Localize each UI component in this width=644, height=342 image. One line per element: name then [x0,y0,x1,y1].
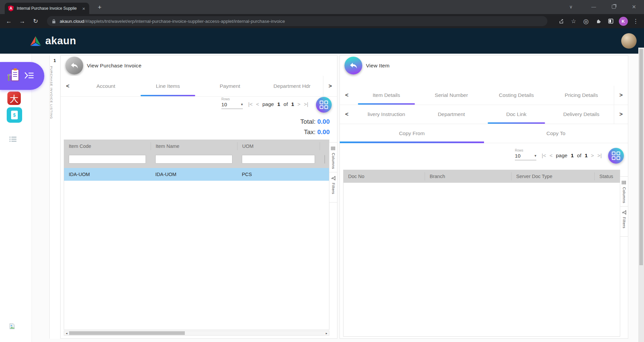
tab-doc-link[interactable]: Doc Link [484,105,549,124]
tabs-scroll-right-icon[interactable]: > [323,76,337,96]
back-button-left-panel[interactable] [65,57,83,74]
view-item-panel: View Item < Item Details Serial Number C… [339,55,628,339]
purchase-invoice-applet-icon [6,68,21,84]
reload-button[interactable]: ↻ [29,17,42,25]
first-page-icon[interactable]: |< [248,101,253,107]
tab-costing-details[interactable]: Costing Details [484,86,549,105]
forward-button[interactable]: → [15,18,29,25]
tab-line-items[interactable]: Line Items [137,76,199,96]
browser-toolbar: ← → ↻ akaun.cloud/#/applets/tnt/wavelet/… [0,14,644,28]
back-button-right-panel[interactable] [344,57,362,74]
restore-icon [612,5,616,9]
tab-copy-to[interactable]: Copy To [484,124,628,143]
prev-page-icon[interactable]: < [256,101,259,107]
dock-app-invoice-icon[interactable]: $ [7,107,22,123]
profile-avatar[interactable]: K [618,16,628,26]
browser-menu-icon[interactable]: ⋮ [631,16,641,26]
tab-delivery-details[interactable]: Delivery Details [549,105,614,124]
tabs-scroll-right-icon[interactable]: > [614,86,628,105]
col-header-status: Status [594,172,620,180]
scroll-left-icon[interactable]: ◂ [64,332,69,335]
page-scrollbar[interactable] [638,48,644,342]
right-pagination: Rows 10▾ |< < page 1 of 1 > >| [515,149,602,160]
active-applet-pill[interactable] [0,62,44,90]
columns-tool-button[interactable]: Columns [620,176,628,207]
extensions-puzzle-icon[interactable] [593,16,603,26]
purchase-invoice-panel: View Purchase Invoice < Account Line Ite… [60,55,337,339]
next-page-icon[interactable]: > [591,153,594,159]
extension-target-icon[interactable]: ◎ [581,16,591,26]
tabs-scroll-left-icon[interactable]: < [340,86,354,105]
rows-value: 10 [515,153,521,159]
col-header-extra [320,142,329,150]
col-header-uom: UOM [237,142,320,150]
grid-view-button[interactable] [608,148,624,164]
last-page-icon[interactable]: >| [597,153,602,159]
filter-funnel-icon [622,210,626,215]
applet-tab-strip[interactable]: 1 PURCHASE INVOICE LISTING [49,55,60,339]
tab-search-icon[interactable]: ∨ [561,0,581,13]
grid-view-button[interactable] [316,97,332,113]
tabs-scroll-right-icon[interactable]: > [614,105,628,124]
filter-item-name-input[interactable] [155,155,232,164]
grid-icon [612,152,620,160]
filters-tool-button[interactable]: Filters [329,172,337,203]
tabs-scroll-left-icon[interactable]: < [340,105,354,124]
first-page-icon[interactable]: |< [542,153,546,159]
new-tab-button[interactable]: + [95,3,104,12]
bookmark-star-icon[interactable]: ☆ [569,16,579,26]
columns-icon [622,180,626,185]
close-window-button[interactable]: × [624,0,644,13]
reply-arrow-icon [349,62,358,70]
tab-item-details[interactable]: Item Details [354,86,419,105]
address-bar[interactable]: akaun.cloud/#/applets/tnt/wavelet/erp/in… [47,16,547,26]
user-avatar[interactable] [621,33,637,49]
scroll-right-icon[interactable]: ▸ [324,332,329,335]
restore-button[interactable] [604,0,624,13]
sidebar-toggle-icon[interactable] [24,71,34,81]
left-panel-tabbar: < Account Line Items Payment Department … [61,76,337,97]
tabs-scroll-left-icon[interactable]: < [61,76,75,96]
dock-app-red-icon[interactable]: 大 [7,92,21,105]
rows-per-page-select[interactable]: Rows 10▾ [221,97,243,109]
tab-copy-from[interactable]: Copy From [340,124,484,143]
total-pages: 1 [585,153,588,159]
brand-name: akaun [45,35,76,47]
tab-department[interactable]: Department [419,105,484,124]
table-row[interactable]: IDA-UOM IDA-UOM PCS [64,168,329,181]
filter-uom-input[interactable] [242,155,315,164]
line-items-table: Item Code Item Name UOM IDA-UOM IDA-UOM … [64,139,329,330]
current-page: 1 [277,101,280,107]
filters-tool-button[interactable]: Filters [620,207,628,237]
filter-item-code-input[interactable] [69,155,146,164]
prev-page-icon[interactable]: < [549,153,552,159]
col-header-doc-no: Doc No [343,174,425,179]
browser-tab[interactable]: A Internal Purchase Invoice Supplie × [5,3,89,14]
horizontal-scrollbar[interactable]: ◂ ▸ [64,331,329,336]
last-page-icon[interactable]: >| [304,101,308,107]
tab-serial-number[interactable]: Serial Number [419,86,484,105]
tab-payment[interactable]: Payment [199,76,261,96]
scrollbar-thumb[interactable] [69,331,185,335]
columns-tool-button[interactable]: Columns [329,142,337,172]
applet-tab-number: 1 [50,58,60,63]
back-button[interactable]: ← [2,18,15,25]
minimize-button[interactable]: — [584,0,604,13]
akaun-triangle-icon [29,35,42,47]
total-pages: 1 [291,101,294,107]
rows-per-page-select[interactable]: Rows 10▾ [515,149,536,160]
tab-account[interactable]: Account [75,76,137,96]
share-icon[interactable] [556,16,566,26]
tab-close-icon[interactable]: × [82,6,86,11]
filter-extra-input[interactable] [324,155,325,164]
total-value: 0.00 [317,118,330,125]
next-page-icon[interactable]: > [298,101,301,107]
browser-tab-strip: A Internal Purchase Invoice Supplie × + … [0,0,644,14]
page-scrollbar-thumb[interactable] [639,49,643,265]
tab-delivery-instruction[interactable]: livery Instruction [354,105,419,124]
dock-list-icon[interactable] [9,136,17,144]
tab-pricing-details[interactable]: Pricing Details [549,86,614,105]
side-panel-icon[interactable] [606,16,616,26]
current-page: 1 [571,153,574,159]
tab-department-hdr[interactable]: Department Hdr [261,76,323,96]
